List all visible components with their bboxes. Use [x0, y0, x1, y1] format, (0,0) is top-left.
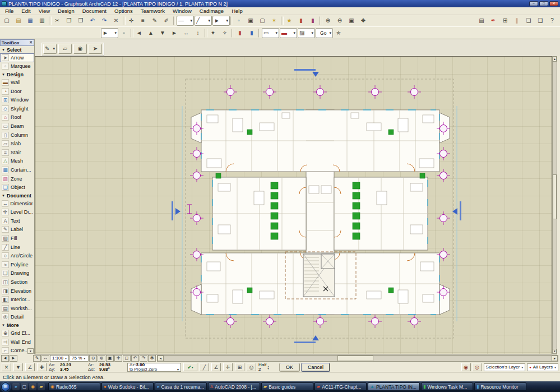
previous-view-icon[interactable]: ↶ [131, 355, 139, 362]
constraint-angle-icon[interactable]: ∠ [211, 363, 221, 371]
pan-hand-icon[interactable]: ✛ [114, 355, 122, 362]
tool-curtain-wall[interactable]: ▦Curtain... [0, 165, 34, 174]
fit-view-icon[interactable]: ◻ [123, 355, 131, 362]
next-view-icon[interactable]: ↷ [140, 355, 147, 362]
toolbar-spacer[interactable] [370, 16, 476, 26]
close-icon[interactable]: ✕ [29, 40, 33, 45]
align-top-icon[interactable]: ▲ [146, 28, 157, 38]
relative-coords-icon[interactable]: ∠ [25, 363, 35, 371]
align-bottom-icon[interactable]: ▼ [158, 28, 169, 38]
pen-sets-icon[interactable]: ✒ [488, 16, 499, 26]
tool-marquee[interactable]: ▫Marquee [0, 62, 34, 71]
tool-column[interactable]: ▯Column [0, 131, 34, 140]
quick-launch-media-icon[interactable]: ◉ [29, 383, 36, 390]
tool-roof[interactable]: ⌂Roof [0, 113, 34, 122]
unlock-icon[interactable]: ✧ [220, 28, 231, 38]
constraint-line-icon[interactable]: ╱ [200, 363, 209, 371]
toolbar-separator[interactable] [320, 16, 322, 25]
menu-item[interactable]: View [35, 7, 54, 15]
tool-section[interactable]: ◫Section [0, 278, 34, 287]
tool-beam[interactable]: ▭Beam [0, 122, 34, 131]
undo-icon[interactable]: ↶ [87, 16, 99, 26]
layer-lock-icon[interactable]: ◎ [473, 363, 482, 371]
suspend-groups-icon[interactable]: ▢ [257, 16, 269, 26]
tool-arc-circle[interactable]: ○Arc/Circle [0, 251, 34, 260]
toolbar-separator[interactable] [131, 29, 133, 38]
toolbar-separator[interactable] [258, 29, 261, 38]
tool-door[interactable]: ◔Door [0, 87, 34, 96]
zoom-out-icon[interactable]: ⊖ [335, 16, 346, 26]
layout-book-icon[interactable]: ❏ [524, 16, 535, 26]
tool-slab[interactable]: ▱Slab [0, 139, 34, 148]
toolbox-page-right-icon[interactable]: ► [10, 355, 17, 362]
toolbox-titlebar[interactable]: ToolBox ✕ [0, 39, 34, 46]
pickup-parameters-icon[interactable]: ✎ [150, 16, 161, 26]
drawing-canvas[interactable] [35, 56, 552, 354]
distribute-h-icon[interactable]: ↔ [181, 28, 192, 38]
toolbar-separator[interactable] [230, 16, 233, 25]
find-select-icon[interactable]: ✛ [126, 16, 137, 26]
toolbar-separator[interactable] [281, 16, 284, 25]
fill-type-combo[interactable]: ▨ [298, 28, 315, 38]
group-icon[interactable]: ▣ [246, 16, 257, 26]
tool-zone[interactable]: ▨Zone [0, 174, 34, 183]
selection-method-combo[interactable]: ► [101, 28, 118, 38]
inject-parameters-icon[interactable]: ✐ [161, 16, 173, 26]
menu-item[interactable]: Cadimage [196, 7, 228, 15]
zoom-percent-selector[interactable]: 75 % [70, 355, 89, 362]
cut-icon[interactable]: ✂ [52, 16, 63, 26]
task-ac11-itg[interactable]: ▰AC11-ITG-Chapt... [314, 382, 367, 391]
toolbox-section-more[interactable]: ▼More [0, 321, 34, 329]
drafting-aid-combo[interactable]: ✎ [43, 44, 57, 54]
copy-icon[interactable]: ❐ [64, 16, 75, 26]
task-basic-guides[interactable]: ▰Basic guides [261, 382, 313, 391]
teamwork-share-icon[interactable]: ▮ [308, 16, 319, 26]
fit-width-icon[interactable]: ↔ [41, 355, 49, 362]
pen-weight-toggle-icon[interactable]: ✎ [33, 355, 41, 362]
redo-icon[interactable]: ↷ [99, 16, 110, 26]
favorites-icon[interactable]: ★ [284, 16, 295, 26]
gravity-icon[interactable]: ▼ [13, 363, 23, 371]
menu-item[interactable]: Options [110, 7, 137, 15]
zoom-in-icon[interactable]: ⊕ [323, 16, 334, 26]
go-dropdown[interactable]: Go [316, 28, 333, 38]
tool-detail[interactable]: ◎Detail [0, 313, 34, 322]
toolbar-separator[interactable] [205, 29, 207, 38]
print-icon[interactable]: ▥ [37, 16, 48, 26]
tool-dimension[interactable]: ↔Dimension [0, 199, 34, 208]
spinner-icon[interactable]: ▴▾ [267, 365, 269, 370]
tool-mesh[interactable]: △Mesh [0, 157, 34, 166]
guide-lines-icon[interactable]: ∥ [512, 16, 523, 26]
ok-button[interactable]: OK [280, 363, 299, 371]
task-casa[interactable]: eCasa de 1 recama... [155, 382, 207, 391]
menu-item[interactable]: Help [228, 7, 247, 15]
horizontal-scrollbar[interactable]: ◄ ► [157, 355, 558, 362]
toolbox-section-design[interactable]: ▼Design [0, 71, 34, 78]
vertical-scroll-thumb[interactable] [553, 174, 557, 219]
paste-icon[interactable]: ❒ [76, 16, 87, 26]
fit-in-window-icon[interactable]: ▣ [346, 16, 358, 26]
tool-level-dimension[interactable]: ✛Level Di... [0, 208, 34, 217]
tool-interior-elevation[interactable]: ◧Interior... [0, 295, 34, 304]
marquee-method-icon[interactable]: ▫ [234, 16, 245, 26]
tool-drawing[interactable]: ❏Drawing [0, 269, 34, 278]
selection-layer-combo[interactable]: Selection's Layer [484, 363, 526, 371]
tool-stair[interactable]: ≡Stair [0, 148, 34, 157]
element-settings-icon[interactable]: ≡ [138, 16, 149, 26]
lock-icon[interactable]: ✦ [208, 28, 219, 38]
tool-grid-element[interactable]: ⊕Grid El... [0, 329, 34, 338]
tool-elevation[interactable]: ◨Elevation [0, 287, 34, 296]
coordinate-origin-icon[interactable]: ✛ [223, 363, 233, 371]
start-button[interactable]: ⊞ [1, 382, 10, 391]
tracker-close-icon[interactable]: ✕ [2, 363, 11, 371]
open-file-icon[interactable]: ▤ [13, 16, 25, 26]
scale-selector[interactable]: 1:100 [50, 355, 69, 362]
task-planta-tipo[interactable]: ▲PLANTA TIPO IN... [368, 382, 420, 391]
grid-snap-icon[interactable]: ⊞ [500, 16, 511, 26]
vertical-scrollbar[interactable]: ▲ ▼ [552, 56, 557, 354]
quick-launch-folder-icon[interactable]: ▰ [38, 383, 45, 390]
add-coordinate-icon[interactable]: ✚ [37, 363, 47, 371]
maximize-button[interactable]: □ [539, 1, 548, 6]
publisher-icon[interactable]: ▮ [296, 16, 307, 26]
redraw-icon[interactable]: ✻ [148, 355, 156, 362]
